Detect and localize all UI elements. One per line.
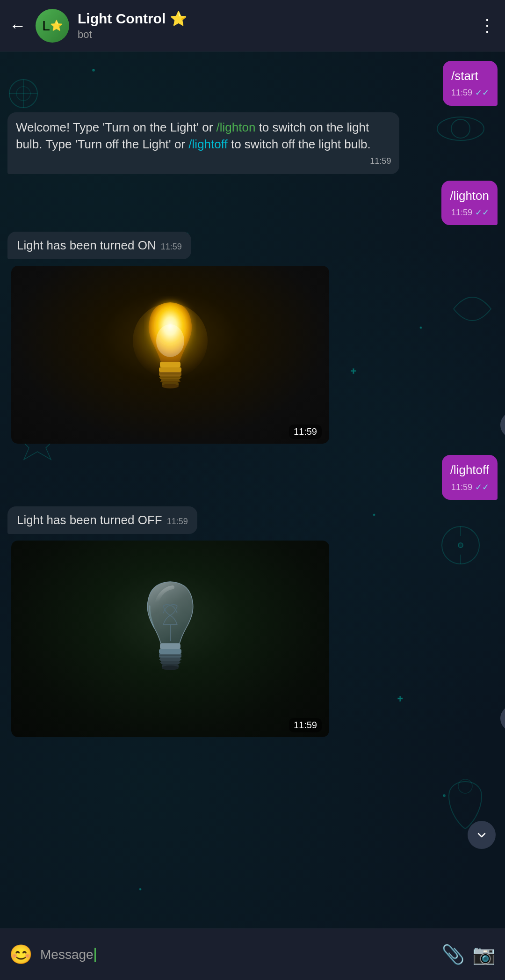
read-receipt: ✓✓ — [475, 207, 489, 219]
message-time: 11:59 — [167, 517, 188, 527]
read-receipt: ✓✓ — [475, 482, 489, 493]
bulb-on-bg — [11, 266, 329, 444]
chat-area: /start 11:59 ✓✓ Welcome! Type 'Turn on t… — [0, 51, 505, 929]
image-time: 11:59 — [294, 720, 317, 731]
svg-point-36 — [162, 384, 179, 388]
menu-button[interactable]: ⋮ — [479, 16, 496, 36]
message-text: Welcome! Type 'Turn on the Light' or /li… — [16, 120, 371, 151]
message-time: 11:59 — [451, 87, 472, 99]
image-bubble-off: 11:59 — [11, 541, 329, 737]
bulb-off-svg — [123, 569, 217, 709]
svg-rect-27 — [160, 362, 180, 367]
bulb-on-image: 11:59 — [11, 266, 329, 444]
message-row: Light has been turned OFF 11:59 — [7, 506, 498, 534]
outgoing-bubble: /start 11:59 ✓✓ — [443, 61, 498, 106]
image-time: 11:59 — [294, 426, 317, 437]
avatar-letter: L — [42, 18, 50, 34]
message-text: Light has been turned ON — [17, 238, 156, 253]
camera-button[interactable]: 📷 — [472, 943, 496, 965]
message-time: 11:59 — [161, 242, 182, 252]
svg-point-37 — [156, 324, 184, 357]
outgoing-bubble: /lighton 11:59 ✓✓ — [441, 181, 498, 226]
bulb-off-image: 11:59 — [11, 541, 329, 737]
message-row: /lightoff 11:59 ✓✓ — [7, 455, 498, 500]
command-lightoff-inline: /lightoff — [188, 137, 227, 151]
message-input-bar: 😊 Message 📎 📷 — [0, 929, 505, 980]
message-time: 11:59 — [451, 482, 472, 493]
message-time: 11:59 — [451, 207, 472, 219]
forward-button[interactable]: ↪ — [500, 412, 505, 438]
chat-name: Light Control ⭐ — [78, 10, 479, 27]
bulb-off-bg — [11, 541, 329, 737]
header-info: Light Control ⭐ bot — [78, 10, 479, 41]
svg-rect-40 — [160, 644, 180, 649]
text-cursor — [94, 948, 96, 962]
image-time-overlay-off: 11:59 — [289, 718, 322, 732]
message-text: /lighton — [450, 189, 489, 203]
emoji-button[interactable]: 😊 — [9, 943, 33, 965]
avatar: L⭐ — [36, 9, 69, 43]
message-placeholder: Message — [40, 947, 94, 962]
message-time: 11:59 — [370, 155, 391, 167]
back-button[interactable]: ← — [9, 16, 26, 36]
scroll-down-button[interactable] — [468, 821, 496, 849]
status-bubble: Light has been turned OFF 11:59 — [7, 506, 197, 534]
chat-header: ← L⭐ Light Control ⭐ bot ⋮ — [0, 0, 505, 51]
message-row: /lighton 11:59 ✓✓ — [7, 181, 498, 226]
chat-subtitle: bot — [78, 29, 479, 41]
message-text: Light has been turned OFF — [17, 513, 162, 527]
svg-point-49 — [162, 666, 179, 670]
message-text: /start — [451, 69, 478, 83]
image-time-overlay: 11:59 — [289, 424, 322, 439]
message-row: /start 11:59 ✓✓ — [7, 61, 498, 106]
svg-rect-31 — [161, 379, 180, 382]
message-input-area[interactable]: Message — [40, 947, 434, 962]
svg-rect-41 — [159, 649, 181, 654]
message-row: Welcome! Type 'Turn on the Light' or /li… — [7, 112, 498, 174]
forward-button-off[interactable]: ↪ — [500, 705, 505, 731]
image-message-off: 11:59 ↪ — [7, 541, 498, 737]
attach-button[interactable]: 📎 — [441, 943, 465, 965]
bulb-on-svg — [123, 289, 217, 420]
image-bubble: 11:59 — [11, 266, 329, 444]
message-row: Light has been turned ON 11:59 — [7, 232, 498, 259]
read-receipt: ✓✓ — [475, 87, 489, 99]
svg-rect-28 — [159, 367, 181, 372]
status-bubble: Light has been turned ON 11:59 — [7, 232, 191, 259]
avatar-emoji: ⭐ — [50, 20, 63, 32]
command-lighton: /lighton — [216, 120, 256, 134]
outgoing-bubble: /lightoff 11:59 ✓✓ — [442, 455, 498, 500]
message-text: /lightoff — [450, 463, 489, 477]
incoming-bubble: Welcome! Type 'Turn on the Light' or /li… — [7, 112, 399, 174]
image-message-on: 11:59 ↪ — [7, 266, 498, 444]
